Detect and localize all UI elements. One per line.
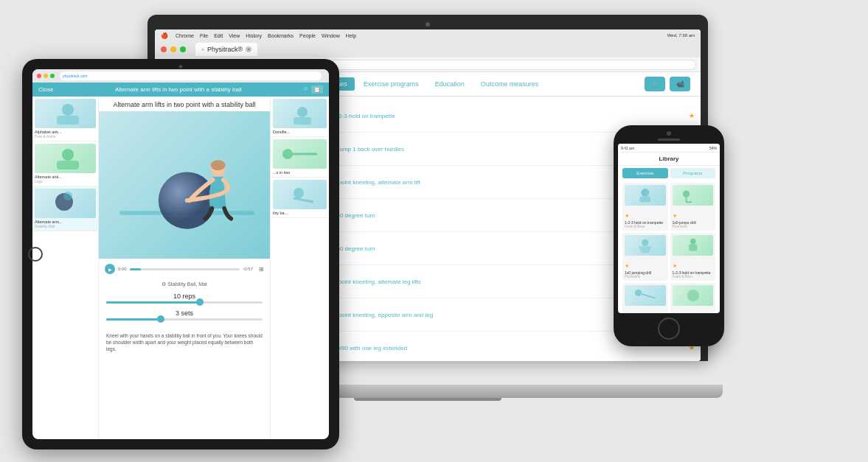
menu-edit[interactable]: Edit <box>214 33 223 38</box>
progress-bar[interactable] <box>130 268 240 270</box>
svg-point-29 <box>282 149 293 159</box>
menu-window[interactable]: Window <box>322 33 340 38</box>
list-item[interactable]: ...s in two <box>271 137 329 178</box>
sidebar-thumbnail <box>35 99 96 128</box>
star-icon: ★ <box>625 213 629 218</box>
svg-rect-33 <box>639 197 650 202</box>
phone-status-bar: 9:41 am 54% <box>618 144 720 153</box>
sidebar-exercise-cat: Legs <box>35 179 96 183</box>
phone-tab-programs[interactable]: Programs <box>670 168 716 178</box>
close-btn[interactable]: Close <box>38 86 53 93</box>
phone-camera <box>667 131 671 136</box>
list-item[interactable]: ★ 1x0-jumps drill Plyometric <box>670 183 716 231</box>
tablet: physitrack.com Close Alternate arm lifts… <box>22 59 339 449</box>
tablet-browser-bar: physitrack.com <box>32 69 329 83</box>
phone-exercise-cat: Plyometric <box>625 275 666 279</box>
reps-slider-fill <box>106 301 200 304</box>
slider-thumb[interactable] <box>196 298 204 306</box>
tab-close-btn[interactable]: × <box>246 46 251 52</box>
minimize-btn[interactable] <box>170 46 176 52</box>
progress-fill <box>130 268 141 270</box>
svg-rect-39 <box>689 244 697 251</box>
tablet-home-button[interactable] <box>28 247 43 262</box>
cart-btn[interactable]: 🛒 <box>645 77 665 91</box>
menu-help[interactable]: Help <box>346 33 356 38</box>
menu-people[interactable]: People <box>299 33 316 38</box>
tab-outcome-measures[interactable]: Outcome measures <box>473 77 546 91</box>
phone-app-header: Library <box>618 153 720 166</box>
star-icon: ★ <box>625 263 629 268</box>
tablet-exercise-title: Alternate arm lifts in two point with a … <box>99 97 270 111</box>
phone-exercise-img <box>673 235 714 256</box>
menu-history[interactable]: History <box>246 33 262 38</box>
svg-rect-18 <box>57 116 79 125</box>
phone-battery: 54% <box>709 146 717 150</box>
right-sidebar-thumbnail <box>273 99 327 128</box>
phone-exercise-grid: ★ 1-2-3 hold on trampette Foam & Bosu ★ … <box>618 181 720 313</box>
phone-exercise-img <box>673 285 714 306</box>
tablet-minimize-btn[interactable] <box>44 74 48 78</box>
svg-point-32 <box>641 189 649 197</box>
list-item[interactable]: ★ 360 degree turn Balance <box>670 283 716 313</box>
phone-home-button[interactable] <box>658 318 680 340</box>
maximize-btn[interactable] <box>180 46 186 52</box>
tablet-video-area <box>99 111 270 259</box>
video-player-bar: ▶ 0:00 -0:57 ⊞ <box>99 259 270 279</box>
phone-tab-exercise[interactable]: Exercise <box>622 168 668 178</box>
video-btn[interactable]: 📹 <box>670 77 690 91</box>
menu-bookmarks[interactable]: Bookmarks <box>268 33 294 38</box>
tablet-maximize-btn[interactable] <box>50 74 55 78</box>
list-item[interactable]: Alternate arm... Stability Ball <box>32 186 98 231</box>
list-item[interactable]: Alternate ank... Legs <box>32 141 98 186</box>
mac-menu-items: Chrome File Edit View History Bookmarks … <box>176 33 356 38</box>
tablet-main-content: Alternate arm lifts in two point with a … <box>99 97 270 439</box>
tablet-camera <box>179 65 183 69</box>
time-current: 0:00 <box>118 267 127 271</box>
browser-toolbar: + Physitrack® × <box>155 41 701 57</box>
tab-exercise-programs[interactable]: Exercise programs <box>356 77 426 91</box>
phone-exercise-img <box>673 185 714 206</box>
sidebar-thumbnail <box>35 144 96 173</box>
svg-point-26 <box>211 160 226 170</box>
svg-point-37 <box>642 239 648 246</box>
close-window-btn[interactable] <box>161 46 167 52</box>
star-icon[interactable]: ★ <box>689 112 695 119</box>
svg-point-22 <box>63 192 72 200</box>
list-item[interactable]: ility ba... <box>271 178 329 218</box>
svg-point-38 <box>690 239 695 244</box>
tablet-address-bar[interactable]: physitrack.com <box>60 71 322 80</box>
phone-exercise-cat: Foam & Bosu <box>673 275 714 279</box>
tablet-exercise-header: Close Alternate arm lifts in two point w… <box>32 83 329 97</box>
exercise-header-title: Alternate arm lifts in two point with a … <box>115 86 242 93</box>
sets-slider[interactable] <box>106 318 263 321</box>
exercise-description: Kneel with your hands on a stability bal… <box>99 329 270 355</box>
right-sidebar-thumbnail <box>273 139 327 169</box>
slider-thumb[interactable] <box>157 315 164 323</box>
list-item[interactable]: ★ 1-2-3 hold on trampette Foam & Bosu <box>670 233 716 281</box>
tablet-close-btn[interactable] <box>37 74 41 78</box>
tablet-sidebar: Alphabet ank... Foot & Ankle Alternate a… <box>32 97 99 439</box>
phone-exercise-img <box>625 235 666 256</box>
phone-exercise-cat: Plyometric <box>673 225 714 228</box>
play-button[interactable]: ▶ <box>105 264 115 274</box>
reps-slider[interactable] <box>106 301 263 304</box>
svg-line-41 <box>642 294 656 298</box>
list-item[interactable]: ★ 2 jumps 1 back over hurdles Plyometric <box>622 283 668 313</box>
list-item[interactable]: Dorsifle... <box>271 97 329 137</box>
svg-point-19 <box>62 149 74 161</box>
list-item[interactable]: Alphabet ank... Foot & Ankle <box>32 97 98 141</box>
svg-point-34 <box>682 191 689 197</box>
svg-rect-20 <box>57 161 79 169</box>
tab-education[interactable]: Education <box>428 77 472 91</box>
phone-speaker <box>658 139 680 141</box>
svg-rect-28 <box>294 117 311 125</box>
menu-chrome[interactable]: Chrome <box>176 33 194 38</box>
svg-point-17 <box>62 104 74 116</box>
menu-view[interactable]: View <box>229 33 240 38</box>
list-item[interactable]: ★ 1-2-3 hold on trampette Foam & Bosu <box>622 183 668 231</box>
svg-point-42 <box>687 290 698 301</box>
star-icon: ★ <box>673 213 677 218</box>
browser-tab[interactable]: + Physitrack® × <box>195 43 257 56</box>
list-item[interactable]: ★ 1x0 jumping drill Plyometric <box>622 233 668 281</box>
menu-file[interactable]: File <box>200 33 208 38</box>
